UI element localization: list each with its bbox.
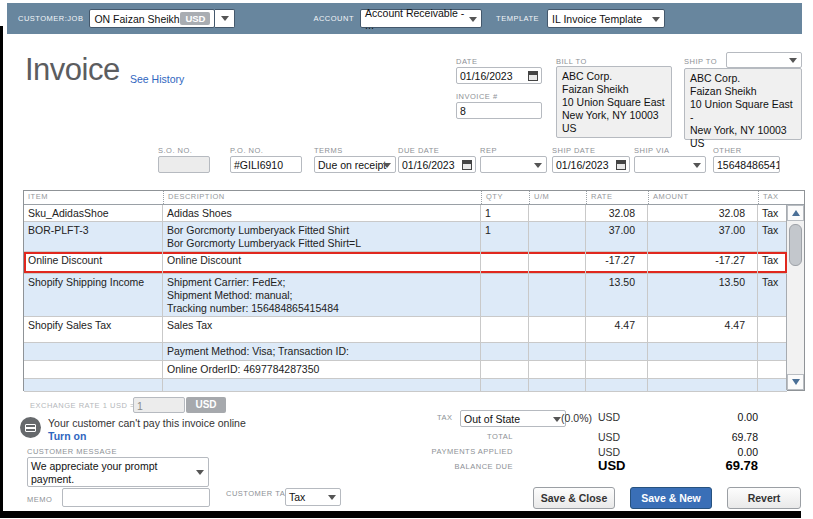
detail-field-ship-date[interactable]: 01/16/2023	[552, 156, 630, 173]
cell-description[interactable]	[163, 379, 481, 391]
cell-description[interactable]: Online Discount	[163, 252, 481, 273]
scroll-up-button[interactable]	[787, 205, 804, 221]
vertical-scrollbar[interactable]	[786, 205, 804, 390]
cell-tax[interactable]	[758, 361, 787, 378]
cell-rate[interactable]: 37.00	[586, 222, 648, 251]
cell-qty[interactable]	[481, 317, 529, 342]
memo-field[interactable]	[62, 488, 210, 507]
template-select[interactable]: IL Invoice Template	[547, 9, 665, 28]
cell-rate[interactable]: 4.47	[586, 317, 648, 342]
cell-um[interactable]	[529, 379, 586, 391]
scrollbar-thumb[interactable]	[789, 224, 802, 266]
exchange-rate-field[interactable]: 1	[133, 397, 185, 413]
description-line: Shipment Method: manual;	[167, 289, 477, 302]
ship-to-address[interactable]: ABC Corp. Faizan Sheikh 10 Union Square …	[684, 68, 802, 140]
cell-rate[interactable]	[586, 379, 648, 391]
cell-item[interactable]: Online Discount	[24, 252, 163, 273]
cell-amount[interactable]: 13.50	[648, 274, 758, 316]
calendar-icon[interactable]	[528, 71, 538, 81]
cell-rate[interactable]	[586, 361, 648, 378]
account-select[interactable]: Account Receivable - ...	[360, 9, 482, 28]
chevron-down-icon	[221, 16, 229, 21]
cell-um[interactable]	[529, 205, 586, 221]
cell-tax[interactable]: Tax	[758, 252, 787, 273]
cell-description[interactable]: Adidas Shoes	[163, 205, 481, 221]
cell-amount[interactable]: 4.47	[648, 317, 758, 342]
ship-to-select[interactable]	[726, 52, 802, 68]
cell-um[interactable]	[529, 317, 586, 342]
detail-field-rep[interactable]	[480, 156, 547, 173]
cell-amount[interactable]	[648, 343, 758, 360]
cell-um[interactable]	[529, 343, 586, 360]
cell-qty[interactable]	[481, 274, 529, 316]
bill-to-address[interactable]: ABC Corp. Faizan Sheikh 10 Union Square …	[556, 66, 672, 138]
cell-amount[interactable]: 37.00	[648, 222, 758, 251]
cell-item[interactable]: BOR-PLFT-3	[24, 222, 163, 251]
detail-field-s-o-no[interactable]	[158, 156, 210, 173]
date-field[interactable]: 01/16/2023	[456, 67, 542, 84]
detail-field-ship-via[interactable]	[634, 156, 706, 173]
see-history-link[interactable]: See History	[130, 73, 184, 85]
total-label: TOTAL	[380, 432, 513, 441]
cell-rate[interactable]: -17.27	[586, 252, 648, 273]
cell-description[interactable]: Payment Method: Visa; Transaction ID:	[163, 343, 481, 360]
cell-amount[interactable]: 32.08	[648, 205, 758, 221]
column-header-um: U/M	[529, 191, 586, 204]
scroll-down-button[interactable]	[787, 374, 804, 390]
cell-description[interactable]: Sales Tax	[163, 317, 481, 342]
cell-item[interactable]: Shopify Sales Tax	[24, 317, 163, 342]
cell-item[interactable]	[24, 379, 163, 391]
cell-qty[interactable]	[481, 252, 529, 273]
cell-item[interactable]: Shopify Shipping Income	[24, 274, 163, 316]
cell-rate[interactable]: 32.08	[586, 205, 648, 221]
customer-job-field[interactable]: ON Faizan Sheikh USD	[89, 9, 215, 28]
cell-tax[interactable]: Tax	[758, 222, 787, 251]
cell-qty[interactable]: 1	[481, 205, 529, 221]
template-label: TEMPLATE	[496, 14, 539, 23]
cell-amount[interactable]	[648, 361, 758, 378]
cell-qty[interactable]	[481, 379, 529, 391]
invoice-number-value: 8	[460, 105, 466, 117]
detail-field-terms[interactable]: Due on receipt	[314, 156, 396, 173]
cell-qty[interactable]	[481, 361, 529, 378]
revert-button[interactable]: Revert	[727, 487, 801, 509]
cell-item[interactable]	[24, 343, 163, 360]
save-close-button[interactable]: Save & Close	[533, 487, 615, 509]
save-new-button[interactable]: Save & New	[630, 487, 712, 509]
cell-description[interactable]: Online OrderID: 4697784287350	[163, 361, 481, 378]
cell-tax[interactable]	[758, 317, 787, 342]
bill-to-label: BILL TO	[556, 57, 587, 66]
cell-rate[interactable]	[586, 343, 648, 360]
cell-qty[interactable]	[481, 343, 529, 360]
turn-on-link[interactable]: Turn on	[48, 430, 86, 442]
cell-description[interactable]: Bor Gorcmorty Lumberyack Fitted ShirtBor…	[163, 222, 481, 251]
cell-um[interactable]	[529, 252, 586, 273]
detail-field-p-o-no[interactable]: #GILI6910	[230, 156, 302, 173]
cell-um[interactable]	[529, 361, 586, 378]
cell-qty[interactable]: 1	[481, 222, 529, 251]
customer-message-select[interactable]: We appreciate your prompt payment.	[27, 457, 209, 487]
cell-item[interactable]: Sku_AdidasShoe	[24, 205, 163, 221]
cell-description[interactable]: Shipment Carrier: FedEx;Shipment Method:…	[163, 274, 481, 316]
calendar-icon[interactable]	[462, 160, 472, 170]
cell-um[interactable]	[529, 222, 586, 251]
payments-applied-currency: USD	[598, 446, 620, 458]
cell-tax[interactable]: Tax	[758, 274, 787, 316]
detail-field-due-date[interactable]: 01/16/2023	[398, 156, 476, 173]
cell-um[interactable]	[529, 274, 586, 316]
invoice-number-field[interactable]: 8	[456, 102, 542, 119]
customer-job-dropdown-button[interactable]	[215, 9, 235, 28]
cell-tax[interactable]	[758, 379, 787, 391]
cell-tax[interactable]	[758, 343, 787, 360]
exchange-currency-button[interactable]: USD	[186, 397, 226, 413]
cell-amount[interactable]: -17.27	[648, 252, 758, 273]
cell-item[interactable]	[24, 361, 163, 378]
cell-amount[interactable]	[648, 379, 758, 391]
customer-tax-code-select[interactable]: Tax	[285, 488, 341, 506]
cell-rate[interactable]: 13.50	[586, 274, 648, 316]
customer-job-label: CUSTOMER:JOB	[18, 14, 83, 23]
detail-field-other[interactable]: 1564848654154...	[713, 156, 780, 173]
cell-tax[interactable]: Tax	[758, 205, 787, 221]
calendar-icon[interactable]	[616, 160, 626, 170]
customer-message-value: We appreciate your prompt payment.	[31, 460, 157, 485]
